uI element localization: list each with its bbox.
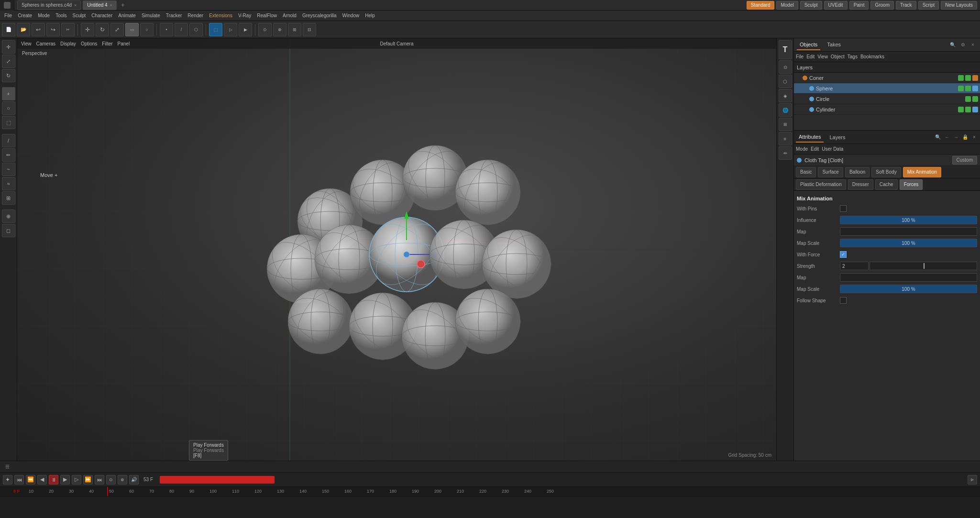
toolbar-render-region[interactable]: ⬚ [209, 23, 222, 36]
sub-tab-basic[interactable]: Basic [796, 167, 816, 177]
workspace-uvedit[interactable]: UVEdit [824, 1, 848, 10]
viewport[interactable]: View Cameras Display Options Filter Pane… [17, 38, 776, 461]
vp-menu-filter[interactable]: Filter [102, 41, 112, 46]
attr-check-followshape[interactable] [840, 297, 847, 304]
attr-back-icon[interactable]: ← [943, 133, 951, 141]
sub-tab-surface[interactable]: Surface [818, 167, 843, 177]
tl-prev-key[interactable]: ⏪ [26, 475, 35, 485]
vp-menu-panel[interactable]: Panel [118, 41, 130, 46]
menu-window[interactable]: Window [340, 11, 362, 21]
obj-row-cylinder[interactable]: Cylinder [794, 104, 980, 115]
workspace-new-layouts[interactable]: New Layouts [941, 1, 977, 10]
attr-mode-mode[interactable]: Mode [796, 146, 808, 152]
menu-help[interactable]: Help [363, 11, 377, 21]
rmt-render-icon[interactable]: ⬡ [779, 75, 792, 88]
obj-tag-coner[interactable] [972, 75, 978, 81]
attr-mode-userdata[interactable]: User Data [822, 146, 843, 152]
attr-check-withforce[interactable]: ✓ [840, 251, 847, 258]
tl-keyframe-btn[interactable]: ✦ [3, 475, 12, 485]
obj-vis-sphere[interactable] [958, 86, 964, 91]
attr-value-strength[interactable]: 2 [840, 262, 869, 270]
toolbar-select-rect[interactable]: ▭ [125, 23, 139, 36]
menu-tracker[interactable]: Tracker [164, 11, 185, 21]
toolbar-render[interactable]: ▷ [224, 23, 237, 36]
menu-file[interactable]: File [2, 11, 14, 21]
vp-menu-view[interactable]: View [21, 41, 32, 46]
menu-character[interactable]: Character [89, 11, 115, 21]
obj-tag-cylinder[interactable] [972, 107, 978, 112]
obj-vis-circle[interactable] [965, 96, 971, 102]
rmt-filter-icon[interactable]: ≡ [779, 132, 792, 145]
menu-extensions[interactable]: Extensions [207, 11, 235, 21]
file-tab-2[interactable]: Untitled 4 × [83, 0, 117, 10]
menu-simulate[interactable]: Simulate [139, 11, 163, 21]
obj-gear-icon[interactable]: ⚙ [958, 41, 967, 49]
obj-render-sphere[interactable] [965, 86, 971, 91]
attr-slider-influence[interactable]: 100 % [840, 216, 977, 224]
menu-arnold[interactable]: Arnold [280, 11, 299, 21]
toolbar-snap2[interactable]: ⊕ [273, 23, 286, 36]
tl-next-frame[interactable]: ▷ [72, 475, 81, 485]
workspace-track[interactable]: Track [896, 1, 916, 10]
rmt-camera-icon[interactable]: ⊙ [779, 60, 792, 74]
tl-play-forward[interactable]: ▶ [60, 475, 70, 485]
obj-row-sphere[interactable]: Sphere [794, 83, 980, 94]
attr-lock-icon[interactable]: 🔒 [961, 133, 969, 141]
omm-object[interactable]: Object [831, 54, 845, 59]
toolbar-move[interactable]: ✛ [81, 23, 94, 36]
workspace-paint[interactable]: Paint [849, 1, 869, 10]
attr-value-map[interactable] [840, 227, 977, 236]
toolbar-scale[interactable]: ⤢ [110, 23, 124, 36]
vp-menu-cameras[interactable]: Cameras [36, 41, 56, 46]
sub-tab-softbody[interactable]: Soft Body [871, 167, 901, 177]
workspace-script[interactable]: Script [918, 1, 939, 10]
attr-check-withpins[interactable] [840, 205, 847, 212]
ls-create-tool[interactable]: + [2, 87, 15, 100]
tab-objects[interactable]: Objects [797, 40, 820, 50]
menu-greyscalegorilla[interactable]: Greyscalegorilla [300, 11, 339, 21]
obj-render-circle[interactable] [972, 96, 978, 102]
ls-smear-tool[interactable]: ≈ [2, 177, 15, 190]
tl-goto-end[interactable]: ⏭ [95, 475, 104, 485]
toolbar-guides[interactable]: ⊟ [303, 23, 316, 36]
attr-value-map2[interactable] [840, 273, 977, 282]
toolbar-polys[interactable]: ⬡ [189, 23, 203, 36]
ls-pen-tool[interactable]: / [2, 134, 15, 147]
menu-realflow[interactable]: RealFlow [254, 11, 279, 21]
tl-audio-btn[interactable]: 🔊 [129, 475, 139, 485]
menu-animate[interactable]: Animate [116, 11, 138, 21]
tab-takes[interactable]: Takes [824, 40, 844, 50]
toolbar-rotate[interactable]: ↻ [96, 23, 109, 36]
attr-tab-layers[interactable]: Layers [826, 132, 848, 143]
vp-menu-options[interactable]: Options [81, 41, 97, 46]
ls-circle-tool[interactable]: ○ [2, 101, 15, 115]
toolbar-grid[interactable]: ⊞ [288, 23, 301, 36]
menu-vray[interactable]: V-Ray [236, 11, 253, 21]
timeline-track[interactable]: 0 F 10 20 30 40 50 60 70 80 90 100 110 1… [0, 487, 980, 496]
attr-tab-attributes[interactable]: Attributes [796, 132, 824, 143]
workspace-sculpt[interactable]: Sculpt [800, 1, 822, 10]
tl-pause-btn[interactable]: ⏸ [49, 475, 58, 485]
sub-tab2-cache[interactable]: Cache [875, 179, 898, 190]
sub-tab2-dresser[interactable]: Dresser [848, 179, 873, 190]
ls-magnet-tool[interactable]: ⊕ [2, 209, 15, 223]
obj-vis-cylinder[interactable] [958, 107, 964, 112]
rmt-globe-icon[interactable]: 🌐 [779, 103, 792, 117]
tl-record-1[interactable]: ⊙ [106, 475, 116, 485]
obj-render-coner[interactable] [965, 75, 971, 81]
toolbar-redo[interactable]: ↪ [46, 23, 60, 36]
toolbar-cut[interactable]: ✂ [61, 23, 75, 36]
menu-create[interactable]: Create [15, 11, 34, 21]
obj-render-cylinder[interactable] [965, 107, 971, 112]
ls-move-tool[interactable]: ✛ [2, 40, 15, 54]
toolbar-open[interactable]: 📂 [17, 23, 30, 36]
toolbar-select-circle[interactable]: ○ [140, 23, 154, 36]
rmt-obj-icon[interactable]: ⊞ [779, 118, 792, 131]
menu-sculpt[interactable]: Sculpt [70, 11, 88, 21]
attr-search-icon[interactable]: 🔍 [934, 133, 942, 141]
toolbar-new[interactable]: 📄 [2, 23, 15, 36]
menu-mode[interactable]: Mode [35, 11, 52, 21]
ls-brush-tool[interactable]: ✏ [2, 148, 15, 162]
obj-row-circle[interactable]: Circle [794, 94, 980, 104]
add-tab-button[interactable]: + [119, 1, 127, 10]
